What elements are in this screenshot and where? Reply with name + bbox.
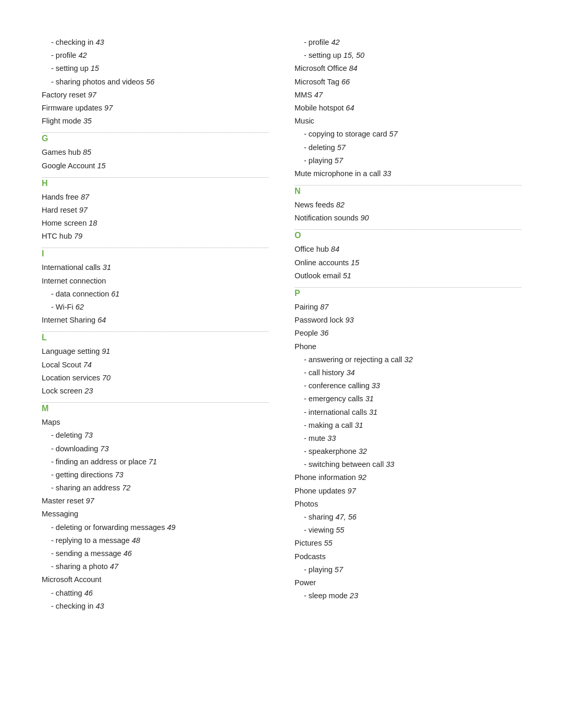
index-entry: Local Scout 74: [42, 359, 268, 371]
entry-page: 23: [82, 387, 93, 395]
index-entry: - profile 42: [295, 36, 521, 48]
entry-page: 74: [81, 361, 92, 369]
entry-text: Hard reset: [42, 206, 77, 214]
entry-text: - deleting or forwarding messages: [51, 523, 165, 532]
entry-text: Home screen: [42, 219, 87, 227]
index-entry: People 36: [295, 327, 521, 339]
entry-text: - sending a message: [51, 549, 121, 558]
entry-text: Podcasts: [295, 552, 326, 561]
entry-page: 79: [72, 232, 82, 240]
index-entry: - profile 42: [42, 50, 268, 61]
entry-page: 84: [329, 245, 339, 253]
entry-text: - getting directions: [51, 471, 113, 479]
entry-text: Microsoft Account: [42, 575, 101, 584]
entry-text: - checking in: [51, 602, 93, 610]
entry-page: 57: [333, 156, 343, 165]
index-entry: - sharing photos and videos 56: [42, 76, 268, 88]
entry-page: 15: [349, 258, 359, 267]
entry-text: - emergency calls: [304, 394, 363, 403]
entry-text: Music: [295, 117, 314, 125]
section-letter-m: M: [42, 404, 268, 413]
index-entry: - speakerphone 32: [295, 446, 521, 458]
index-entry: - getting directions 73: [42, 469, 268, 481]
index-entry: - Wi-Fi 62: [42, 301, 268, 313]
entry-text: - Wi-Fi: [51, 303, 74, 311]
entry-text: - deleting: [304, 143, 335, 152]
index-entry: - sharing a photo 47: [42, 561, 268, 573]
index-entry: - switching between call 33: [295, 459, 521, 471]
index-entry: Hands free 87: [42, 191, 268, 203]
entry-text: - replying to a message: [51, 536, 130, 545]
index-entry: Outlook email 51: [295, 270, 521, 282]
index-entry: - sleep mode 23: [295, 590, 521, 602]
index-entry: Phone: [295, 341, 521, 353]
entry-page: 42: [76, 51, 87, 59]
entry-page: 47, 56: [333, 513, 356, 521]
entry-text: Power: [295, 578, 316, 587]
entry-page: 92: [356, 473, 366, 482]
index-entry: Phone updates 97: [295, 485, 521, 497]
entry-text: - data connection: [51, 290, 109, 298]
index-entry: Pictures 55: [295, 537, 521, 549]
entry-text: People: [295, 329, 318, 337]
index-entry: Flight mode 35: [42, 115, 268, 127]
index-entry: - replying to a message 48: [42, 535, 268, 547]
entry-text: MMS: [295, 91, 312, 99]
index-entry: - viewing 55: [295, 524, 521, 536]
entry-page: 97: [346, 487, 356, 495]
entry-page: 55: [334, 526, 344, 534]
entry-page: 61: [109, 290, 119, 298]
entry-page: 42: [329, 38, 339, 46]
index-entry: - sharing an address 72: [42, 482, 268, 494]
entry-text: - setting up: [51, 64, 89, 72]
index-entry: Home screen 18: [42, 217, 268, 229]
index-entry: - deleting 73: [42, 429, 268, 441]
entry-page: 66: [339, 78, 350, 86]
entry-page: 56: [144, 78, 154, 86]
index-entry: Internet Sharing 64: [42, 314, 268, 326]
index-columns: - checking in 43- profile 42- setting up…: [42, 36, 521, 613]
entry-text: Outlook email: [295, 272, 341, 280]
entry-page: 32: [402, 355, 413, 364]
entry-page: 57: [333, 565, 343, 574]
entry-text: Password lock: [295, 316, 343, 324]
index-entry: - playing 57: [295, 155, 521, 167]
index-entry: Office hub 84: [295, 243, 521, 255]
index-entry: - checking in 43: [42, 600, 268, 612]
entry-text: - conference calling: [304, 381, 370, 390]
entry-text: Phone: [295, 342, 316, 351]
index-entry: - chatting 46: [42, 587, 268, 599]
entry-text: - speakerphone: [304, 447, 357, 455]
entry-page: 93: [343, 316, 353, 324]
entry-text: - sharing: [304, 513, 333, 521]
section-divider: [295, 185, 521, 186]
section-divider: [295, 287, 521, 288]
index-entry: - making a call 31: [295, 419, 521, 431]
index-entry: - playing 57: [295, 564, 521, 576]
index-entry: Internet connection: [42, 275, 268, 287]
entry-page: 85: [81, 148, 91, 156]
entry-text: - copying to storage card: [304, 130, 387, 138]
index-entry: Pairing 87: [295, 301, 521, 313]
section-letter-h: H: [42, 179, 268, 188]
entry-page: 35: [81, 117, 92, 125]
entry-text: Mute microphone in a call: [295, 169, 381, 178]
entry-text: Phone information: [295, 473, 356, 482]
entry-text: Firmware updates: [42, 104, 102, 112]
entry-page: 87: [79, 193, 89, 201]
index-entry: - deleting or forwarding messages 49: [42, 522, 268, 534]
index-entry: Messaging: [42, 508, 268, 520]
entry-text: Master reset: [42, 497, 84, 505]
index-entry: - downloading 73: [42, 443, 268, 455]
index-entry: - data connection 61: [42, 288, 268, 300]
index-entry: Podcasts: [295, 551, 521, 563]
index-entry: International calls 31: [42, 262, 268, 274]
section-divider: [295, 229, 521, 230]
entry-page: 23: [348, 591, 358, 600]
entry-text: - playing: [304, 565, 333, 574]
index-entry: Power: [295, 577, 521, 589]
section-divider: [42, 331, 268, 332]
index-entry: News feeds 82: [295, 199, 521, 211]
section-letter-n: N: [295, 187, 521, 196]
left-column: - checking in 43- profile 42- setting up…: [42, 36, 289, 613]
